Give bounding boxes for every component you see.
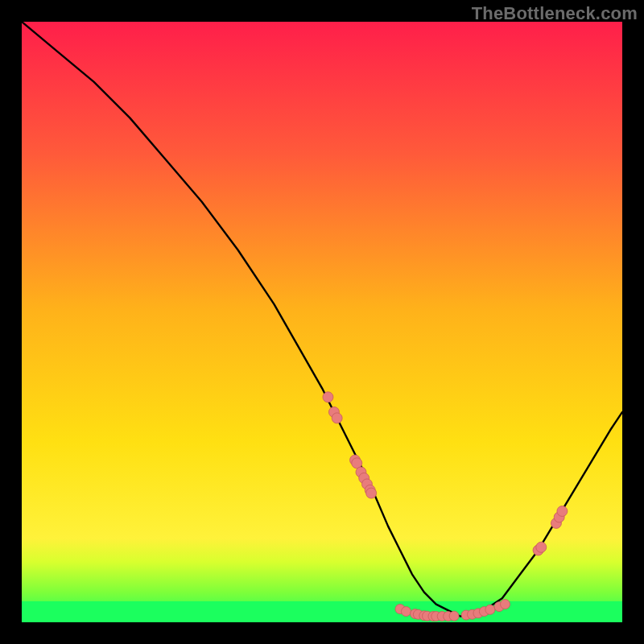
gradient-background bbox=[22, 22, 622, 622]
data-marker bbox=[401, 607, 411, 617]
watermark-text: TheBottleneck.com bbox=[472, 3, 638, 24]
chart-frame bbox=[22, 22, 622, 622]
green-band bbox=[22, 601, 622, 622]
data-marker bbox=[501, 600, 510, 609]
data-marker bbox=[536, 542, 547, 552]
data-marker bbox=[557, 506, 568, 516]
data-marker bbox=[485, 605, 495, 614]
data-marker bbox=[366, 488, 377, 498]
data-marker bbox=[323, 392, 333, 402]
bottleneck-chart bbox=[22, 22, 622, 622]
data-marker bbox=[449, 611, 459, 621]
data-marker bbox=[332, 413, 342, 423]
